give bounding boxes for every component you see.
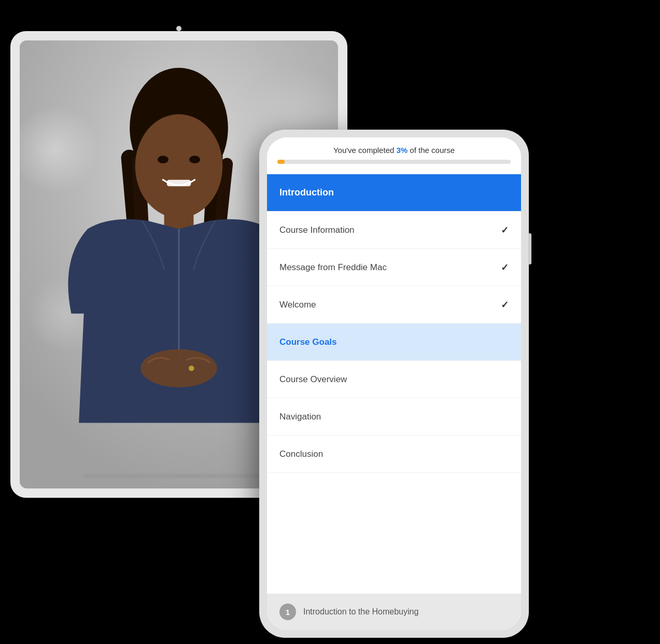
menu-label-message-freddie-mac: Message from Freddie Mac [279,262,387,273]
progress-bar [277,160,511,164]
section-number: 1 [279,604,296,620]
menu-item-navigation[interactable]: Navigation [267,398,521,436]
progress-percent: 3% [396,146,408,155]
menu-list: IntroductionCourse Information✓Message f… [267,174,521,594]
svg-rect-14 [164,207,194,229]
checkmark-message-freddie-mac: ✓ [501,262,509,273]
svg-point-10 [135,114,223,218]
menu-item-course-information[interactable]: Course Information✓ [267,212,521,249]
checkmark-course-information: ✓ [501,225,509,236]
phone-content: You've completed 3% of the course Introd… [267,137,521,630]
svg-point-16 [141,349,217,387]
progress-text-after: of the course [408,146,455,155]
phone-side-button [528,233,531,264]
progress-bar-fill [277,160,285,164]
menu-label-course-information: Course Information [279,225,355,235]
menu-item-conclusion[interactable]: Conclusion [267,436,521,473]
menu-item-course-goals[interactable]: Course Goals [267,324,521,361]
svg-point-11 [158,156,168,163]
phone-screen: You've completed 3% of the course Introd… [267,137,521,630]
progress-text: You've completed 3% of the course [277,146,511,155]
menu-label-course-goals: Course Goals [279,337,337,347]
phone-device: You've completed 3% of the course Introd… [259,130,529,638]
menu-label-navigation: Navigation [279,412,321,422]
tablet-bottom-bar [83,474,274,478]
checkmark-welcome: ✓ [501,299,509,311]
menu-item-course-overview[interactable]: Course Overview [267,361,521,398]
section-title: Introduction to the Homebuying [303,607,418,617]
progress-text-before: You've completed [333,146,397,155]
menu-label-introduction: Introduction [279,187,334,198]
menu-label-welcome: Welcome [279,300,316,310]
menu-label-conclusion: Conclusion [279,449,323,459]
tablet-camera [176,26,181,31]
svg-point-12 [189,156,200,163]
menu-item-introduction[interactable]: Introduction [267,174,521,212]
menu-item-welcome[interactable]: Welcome✓ [267,286,521,324]
svg-point-17 [189,366,194,371]
menu-label-course-overview: Course Overview [279,374,347,385]
bottom-section[interactable]: 1 Introduction to the Homebuying [267,594,521,630]
progress-area: You've completed 3% of the course [267,137,521,169]
svg-rect-13 [167,180,191,187]
menu-item-message-freddie-mac[interactable]: Message from Freddie Mac✓ [267,249,521,286]
